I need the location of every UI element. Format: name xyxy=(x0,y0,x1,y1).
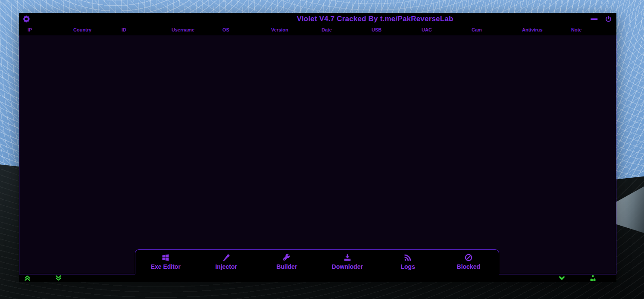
column-header-cam[interactable]: Cam xyxy=(472,27,482,32)
double-chevron-up-icon[interactable] xyxy=(24,275,31,281)
power-button[interactable] xyxy=(605,16,612,23)
column-header-os[interactable]: OS xyxy=(222,27,229,32)
minimize-button[interactable] xyxy=(591,18,598,20)
tab-label: Injector xyxy=(215,263,237,270)
desktop-background: Violet V4.7 Cracked By t.me/PakReverseLa… xyxy=(0,0,644,299)
tab-exe-editor[interactable]: Exe Editor xyxy=(135,250,196,274)
tab-label: Blocked xyxy=(457,263,480,270)
tab-blocked[interactable]: Blocked xyxy=(438,250,499,274)
double-chevron-down-icon[interactable] xyxy=(55,275,62,281)
bottom-tab-panel: Exe Editor Injector Bu xyxy=(135,249,499,274)
caption-buttons xyxy=(591,13,612,25)
wrench-icon xyxy=(282,253,291,262)
client-table[interactable] xyxy=(19,35,616,274)
status-left-group xyxy=(24,275,62,281)
download-icon xyxy=(343,253,352,262)
status-right-group xyxy=(558,275,597,281)
gear-icon xyxy=(22,15,30,23)
tab-label: Exe Editor xyxy=(151,263,181,270)
tab-logs[interactable]: Logs xyxy=(378,250,438,274)
tab-downloder[interactable]: Downloder xyxy=(317,250,378,274)
column-header-uac[interactable]: UAC xyxy=(422,27,432,32)
tab-injector[interactable]: Injector xyxy=(196,250,257,274)
column-header-country[interactable]: Country xyxy=(73,27,91,32)
eyedropper-icon xyxy=(222,253,231,262)
titlebar: Violet V4.7 Cracked By t.me/PakReverseLa… xyxy=(19,13,616,25)
window-title: Violet V4.7 Cracked By t.me/PakReverseLa… xyxy=(297,15,453,23)
column-header-id[interactable]: ID xyxy=(122,27,126,32)
app-window: Violet V4.7 Cracked By t.me/PakReverseLa… xyxy=(19,13,616,282)
column-header-date[interactable]: Date xyxy=(322,27,332,32)
column-header-username[interactable]: Username xyxy=(172,27,194,32)
tab-label: Builder xyxy=(276,263,297,270)
rss-icon xyxy=(403,253,412,262)
settings-button[interactable] xyxy=(22,15,30,23)
sitemap-icon[interactable] xyxy=(589,275,597,281)
tab-label: Downloder xyxy=(332,263,363,270)
column-header-ip[interactable]: IP xyxy=(28,27,32,32)
windows-icon xyxy=(161,253,170,262)
tab-label: Logs xyxy=(401,263,415,270)
column-header-version[interactable]: Version xyxy=(271,27,288,32)
column-header-antivirus[interactable]: Antivirus xyxy=(522,27,543,32)
column-header-row: IP Country ID Username OS Version Date U… xyxy=(19,25,616,35)
column-header-usb[interactable]: USB xyxy=(372,27,381,32)
chevron-down-icon[interactable] xyxy=(558,275,566,281)
status-bar xyxy=(19,274,616,282)
tab-builder[interactable]: Builder xyxy=(256,250,317,274)
column-header-note[interactable]: Note xyxy=(571,27,581,32)
blocked-icon xyxy=(464,253,473,262)
